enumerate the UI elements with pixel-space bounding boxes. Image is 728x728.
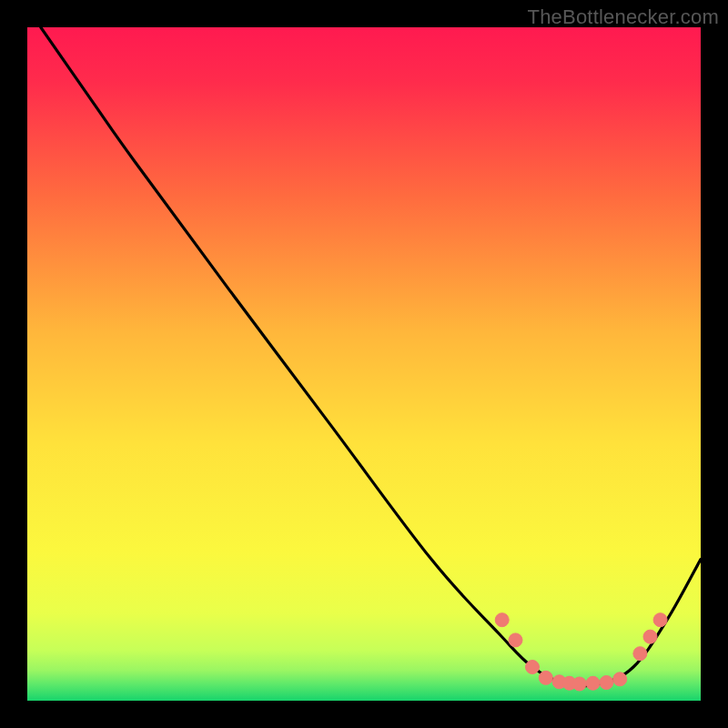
- marker-dot: [495, 613, 509, 627]
- marker-dot: [586, 676, 600, 690]
- marker-dot: [600, 676, 613, 690]
- marker-dot: [526, 661, 540, 674]
- bottleneck-chart: [27, 27, 701, 701]
- marker-dot: [653, 613, 667, 627]
- marker-dot: [643, 630, 657, 643]
- marker-dot: [509, 633, 522, 647]
- marker-dot: [613, 672, 627, 686]
- marker-dot: [572, 677, 586, 691]
- marker-dot: [633, 647, 647, 661]
- watermark-text: TheBottlenecker.com: [528, 5, 719, 29]
- marker-dot: [539, 671, 552, 684]
- gradient-background: [27, 27, 701, 701]
